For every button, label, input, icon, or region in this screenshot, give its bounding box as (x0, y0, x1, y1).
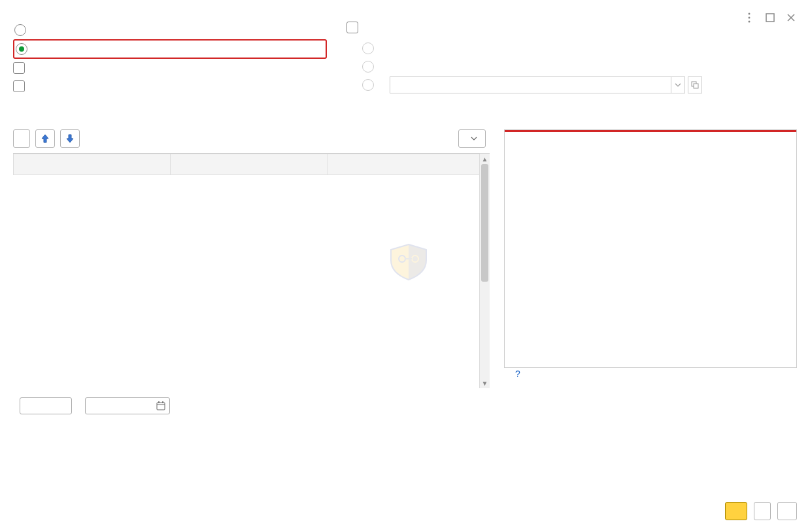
radio-weekday[interactable] (13, 21, 327, 39)
schedule-table[interactable] (13, 154, 485, 175)
cancel-button[interactable] (754, 502, 771, 520)
radio-prod-calendar (361, 39, 797, 58)
svg-point-2 (749, 21, 751, 23)
kebab-icon[interactable] (743, 12, 755, 24)
open-icon (688, 76, 702, 93)
close-icon[interactable] (785, 12, 797, 24)
move-up-button[interactable] (35, 129, 55, 148)
col-shift[interactable] (171, 154, 328, 175)
help-icon[interactable]: ? (512, 368, 524, 380)
radio-cycle[interactable] (13, 39, 327, 59)
other-schedule-input (390, 76, 671, 93)
help-button[interactable] (777, 502, 797, 520)
scroll-thumb[interactable] (481, 164, 488, 282)
add-button[interactable] (13, 129, 30, 148)
move-down-button[interactable] (60, 129, 80, 148)
maximize-icon[interactable] (764, 12, 776, 24)
week-length-input[interactable] (20, 397, 72, 414)
radio-other-schedule (361, 76, 797, 94)
check-summed[interactable] (346, 18, 797, 37)
svg-rect-3 (766, 14, 774, 22)
more-button[interactable] (458, 129, 486, 148)
dropdown-icon (671, 76, 685, 93)
svg-point-1 (749, 17, 751, 19)
ok-button[interactable] (725, 502, 747, 520)
check-holidays[interactable] (13, 59, 327, 77)
col-night[interactable] (328, 154, 484, 175)
col-day[interactable] (14, 154, 171, 175)
svg-point-0 (749, 13, 751, 15)
scrollbar[interactable]: ▲ ▼ (479, 154, 490, 388)
svg-rect-5 (694, 84, 698, 88)
svg-rect-6 (157, 403, 165, 410)
scroll-down-icon[interactable]: ▼ (480, 378, 490, 388)
calendar-icon[interactable] (154, 399, 167, 412)
scroll-up-icon[interactable]: ▲ (480, 154, 490, 164)
check-paid-nonwork[interactable] (13, 77, 327, 95)
radio-this-schedule (361, 58, 797, 76)
